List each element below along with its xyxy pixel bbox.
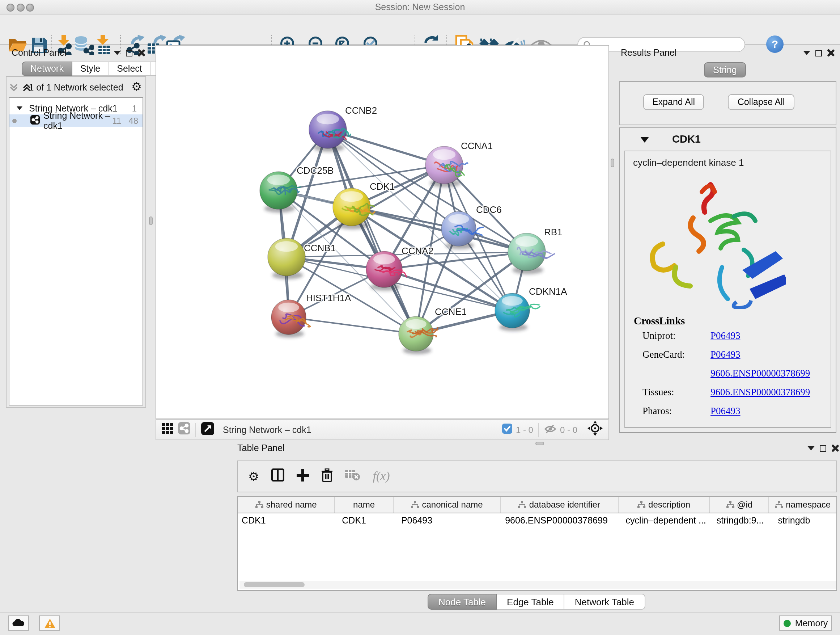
- column-header-canonical-name[interactable]: canonical name: [394, 497, 501, 513]
- crosslink-label: Pharos:: [643, 405, 672, 417]
- table-row[interactable]: CDK1 CDK1 P06493 9606.ENSP00000378699 cy…: [238, 513, 836, 527]
- tab-network[interactable]: Network: [22, 62, 73, 76]
- cloud-button[interactable]: [8, 616, 29, 631]
- panel-close-icon[interactable]: [831, 445, 838, 452]
- table-options-gear-icon[interactable]: ⚙: [248, 469, 259, 484]
- entry-name: CDK1: [672, 133, 701, 145]
- selected-count: 1 - 0: [516, 424, 533, 435]
- column-type-icon: [411, 501, 419, 508]
- panel-float-icon[interactable]: [114, 51, 121, 55]
- node-table: shared name name canonical name database…: [237, 496, 837, 591]
- network-node-HIST1H1A[interactable]: HIST1H1A: [271, 293, 351, 338]
- control-panel-title: Control Panel: [11, 48, 66, 58]
- network-row-selected[interactable]: String Network – cdk1 11 48: [9, 114, 142, 127]
- table-panel: Table Panel ⚙ f(x): [236, 440, 840, 612]
- crosslink-label: GeneCard:: [643, 349, 685, 361]
- column-type-icon: [256, 501, 264, 508]
- tree-expander-icon[interactable]: [17, 106, 22, 110]
- tab-select[interactable]: Select: [109, 62, 151, 76]
- add-column-icon[interactable]: [297, 469, 309, 484]
- panel-float-icon[interactable]: [803, 51, 810, 55]
- network-view-toolbar: String Network – cdk1 1 - 0 0 - 0: [156, 419, 609, 440]
- network-row-label: String Network – cdk1: [43, 111, 112, 131]
- crosslink-uniprot-link[interactable]: P06493: [711, 330, 741, 342]
- node-label: CCNA2: [401, 245, 433, 256]
- window-title: Session: New Session: [0, 2, 840, 12]
- horizontal-scrollbar[interactable]: [240, 581, 836, 589]
- fit-selected-crosshair-icon[interactable]: [587, 421, 603, 439]
- node-label: CDC25B: [297, 165, 334, 176]
- network-collection-count: 1: [132, 103, 137, 113]
- network-node-CDC25B[interactable]: CDC25B: [260, 165, 334, 212]
- panel-close-icon[interactable]: [827, 49, 834, 57]
- node-label: CDKN1A: [529, 286, 567, 297]
- selected-checkbox-icon[interactable]: [502, 423, 512, 436]
- function-builder-icon[interactable]: f(x): [373, 469, 390, 484]
- crosslink-tissues-link[interactable]: 9606.ENSP00000378699: [711, 386, 810, 398]
- crosslink-compartments-link[interactable]: 9606.ENSP00000378699: [711, 368, 810, 379]
- results-panel-title: Results Panel: [621, 48, 676, 58]
- entry-detail-box: cyclin–dependent kinase 1: [624, 150, 831, 428]
- warning-icon: [44, 618, 55, 628]
- hidden-eye-icon[interactable]: [544, 423, 556, 436]
- grid-view-icon[interactable]: [162, 423, 173, 437]
- column-header-name[interactable]: name: [335, 497, 394, 513]
- network-node-CDK1[interactable]: CDK1: [333, 181, 395, 229]
- network-node-CCNE1[interactable]: CCNE1: [399, 306, 467, 355]
- column-header-description[interactable]: description: [618, 497, 710, 513]
- warnings-button[interactable]: [39, 616, 60, 631]
- splitter-handle-left[interactable]: [149, 217, 153, 225]
- memory-label: Memory: [795, 618, 828, 628]
- tab-node-table[interactable]: Node Table: [428, 594, 497, 610]
- column-header-shared-name[interactable]: shared name: [238, 497, 335, 513]
- panel-maximize-icon[interactable]: [815, 50, 822, 56]
- cell-database-identifier[interactable]: 9606.ENSP00000378699: [501, 515, 618, 525]
- crosslink-genecard-link[interactable]: P06493: [711, 349, 741, 361]
- expand-all-button[interactable]: Expand All: [643, 94, 704, 110]
- splitter-handle-right[interactable]: [611, 158, 614, 167]
- crosslink-label: Tissues:: [643, 386, 674, 398]
- string-network-badge-icon[interactable]: [178, 422, 190, 437]
- panel-maximize-icon[interactable]: [126, 50, 133, 56]
- network-tree: String Network – cdk1 1 String Network –…: [9, 97, 143, 405]
- table-toolbar: ⚙ f(x): [237, 461, 837, 492]
- delete-table-icon[interactable]: [346, 470, 361, 483]
- delete-column-icon[interactable]: [322, 468, 333, 485]
- scrollbar-thumb[interactable]: [244, 582, 305, 587]
- crosslink-pharos-link[interactable]: P06493: [711, 405, 741, 417]
- birds-eye-view-icon[interactable]: [201, 422, 214, 438]
- tab-style[interactable]: Style: [73, 62, 109, 76]
- tab-edge-table[interactable]: Edge Table: [497, 594, 565, 610]
- node-label: CCNB2: [345, 105, 377, 116]
- cell-description[interactable]: cyclin–dependent ...: [618, 515, 710, 525]
- cloud-icon: [12, 619, 25, 627]
- network-node-CDKN1A[interactable]: CDKN1A: [495, 286, 567, 331]
- network-edge[interactable]: [289, 317, 416, 334]
- collapse-all-button[interactable]: Collapse All: [728, 94, 794, 110]
- network-edge-count: 48: [128, 116, 138, 126]
- memory-button[interactable]: Memory: [779, 616, 832, 631]
- cell-name[interactable]: CDK1: [335, 515, 394, 525]
- network-options-gear-icon[interactable]: ⚙: [131, 80, 142, 93]
- panel-close-icon[interactable]: [137, 49, 145, 57]
- cell-id[interactable]: stringdb:9...: [710, 515, 769, 525]
- title-bar: Session: New Session: [0, 0, 840, 14]
- tab-string[interactable]: String: [704, 62, 746, 78]
- entry-collapse-icon[interactable]: [640, 137, 649, 143]
- column-header-id[interactable]: @id: [710, 497, 769, 513]
- network-canvas[interactable]: CCNB2CCNA1CDC25BCDK1CDC6RB1CCNB1CCNA2CDK…: [156, 45, 609, 419]
- table-header-row: shared name name canonical name database…: [238, 497, 836, 513]
- panel-maximize-icon[interactable]: [820, 445, 826, 451]
- cell-namespace[interactable]: stringdb: [769, 515, 836, 525]
- network-node-RB1[interactable]: RB1: [508, 226, 562, 274]
- panel-float-icon[interactable]: [807, 446, 815, 450]
- control-panel: Control Panel Network Style Select Sets …: [3, 45, 149, 409]
- cell-shared-name[interactable]: CDK1: [238, 515, 335, 525]
- column-header-database-identifier[interactable]: database identifier: [501, 497, 618, 513]
- tab-network-table[interactable]: Network Table: [565, 594, 645, 610]
- show-columns-icon[interactable]: [272, 469, 285, 485]
- cell-canonical-name[interactable]: P06493: [394, 515, 501, 525]
- network-current-indicator: [12, 119, 17, 123]
- status-bar: Memory: [0, 612, 840, 635]
- column-header-namespace[interactable]: namespace: [769, 497, 836, 513]
